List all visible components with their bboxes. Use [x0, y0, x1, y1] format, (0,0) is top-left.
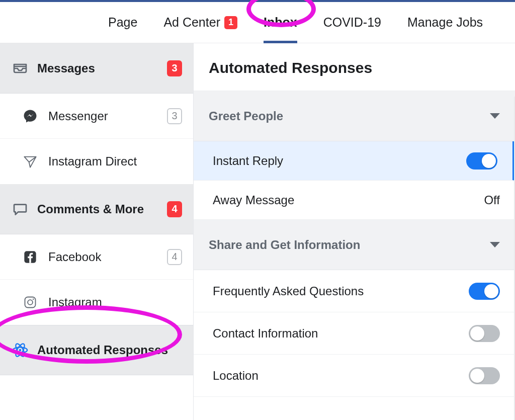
- sidebar-messenger-label: Messenger: [48, 109, 158, 123]
- sidebar-messages-badge: 3: [167, 60, 182, 76]
- row-instant-reply[interactable]: Instant Reply: [194, 141, 515, 181]
- sidebar-item-instagram-direct[interactable]: Instagram Direct: [0, 139, 193, 184]
- row-contact-info[interactable]: Contact Information: [194, 312, 515, 355]
- sidebar-filler: [0, 375, 193, 420]
- nav-covid-label: COVID-19: [323, 15, 381, 30]
- nav-ad-center-badge: 1: [224, 16, 237, 29]
- sidebar: Messages 3 Messenger 3 Instagram Direct: [0, 43, 194, 420]
- facebook-icon: [21, 248, 39, 266]
- chevron-down-icon: [490, 242, 500, 247]
- toggle-location[interactable]: [469, 367, 500, 384]
- nav-ad-center-label: Ad Center: [163, 15, 220, 30]
- sidebar-item-messages[interactable]: Messages 3: [0, 43, 193, 94]
- nav-covid[interactable]: COVID-19: [323, 2, 381, 43]
- row-label: Frequently Asked Questions: [213, 284, 364, 298]
- atom-icon: [11, 341, 29, 359]
- sidebar-item-instagram[interactable]: Instagram: [0, 280, 193, 325]
- sidebar-automated-responses-label: Automated Responses: [37, 343, 182, 357]
- row-faq[interactable]: Frequently Asked Questions: [194, 270, 515, 312]
- nav-manage-jobs[interactable]: Manage Jobs: [407, 2, 483, 43]
- comment-bubble-icon: [11, 200, 29, 218]
- svg-point-2: [28, 300, 33, 305]
- row-state-text: Off: [484, 193, 500, 207]
- svg-point-7: [19, 349, 22, 352]
- sidebar-messages-label: Messages: [37, 61, 159, 75]
- paper-plane-icon: [21, 152, 39, 171]
- row-label: Location: [213, 369, 259, 383]
- nav-manage-jobs-label: Manage Jobs: [407, 15, 483, 30]
- sidebar-facebook-badge: 4: [167, 249, 182, 265]
- nav-ad-center[interactable]: Ad Center 1: [163, 2, 237, 43]
- row-label: Contact Information: [213, 326, 318, 341]
- group-title: Greet People: [209, 109, 283, 123]
- svg-rect-1: [25, 297, 36, 308]
- page-title: Automated Responses: [209, 59, 500, 76]
- chevron-down-icon: [490, 113, 500, 119]
- sidebar-facebook-label: Facebook: [48, 250, 158, 264]
- instagram-icon: [21, 293, 39, 311]
- toggle-instant-reply[interactable]: [466, 152, 497, 170]
- body-container: Messages 3 Messenger 3 Instagram Direct: [0, 43, 515, 420]
- row-away-message[interactable]: Away Message Off: [194, 181, 515, 220]
- nav-inbox[interactable]: Inbox: [264, 2, 297, 43]
- svg-point-3: [33, 299, 34, 300]
- group-header-share-info[interactable]: Share and Get Information: [194, 220, 515, 270]
- inbox-tray-icon: [11, 59, 29, 77]
- row-location[interactable]: Location: [194, 355, 515, 397]
- top-navigation: Page Ad Center 1 Inbox COVID-19 Manage J…: [0, 2, 515, 43]
- sidebar-item-automated-responses[interactable]: Automated Responses: [0, 325, 193, 375]
- group-header-greet-people[interactable]: Greet People: [194, 91, 515, 141]
- nav-page[interactable]: Page: [108, 2, 137, 43]
- group-title: Share and Get Information: [209, 238, 360, 252]
- toggle-faq[interactable]: [469, 283, 500, 300]
- sidebar-instagram-direct-label: Instagram Direct: [48, 154, 182, 169]
- sidebar-item-comments-more[interactable]: Comments & More 4: [0, 184, 193, 234]
- sidebar-messenger-badge: 3: [167, 108, 182, 124]
- main-panel: Automated Responses Greet People Instant…: [194, 43, 515, 420]
- row-label: Instant Reply: [213, 154, 283, 168]
- sidebar-comments-more-badge: 4: [167, 201, 182, 217]
- sidebar-comments-more-label: Comments & More: [37, 202, 159, 216]
- sidebar-item-facebook[interactable]: Facebook 4: [0, 234, 193, 280]
- nav-page-label: Page: [108, 15, 137, 30]
- nav-inbox-label: Inbox: [264, 15, 297, 30]
- main-title-row: Automated Responses: [194, 43, 515, 91]
- toggle-contact-info[interactable]: [469, 325, 500, 342]
- sidebar-item-messenger[interactable]: Messenger 3: [0, 94, 193, 139]
- messenger-icon: [21, 107, 39, 125]
- sidebar-instagram-label: Instagram: [48, 295, 182, 309]
- row-label: Away Message: [213, 193, 294, 207]
